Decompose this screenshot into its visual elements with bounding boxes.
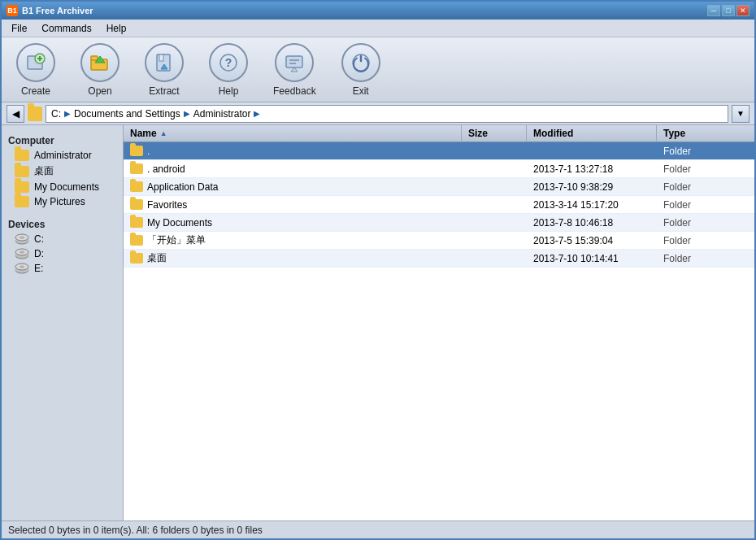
back-button[interactable]: ◀	[7, 105, 24, 123]
sidebar-item-c[interactable]: C:	[2, 232, 123, 246]
sidebar-label-desktop: 桌面	[34, 164, 54, 178]
column-size[interactable]: Size	[462, 125, 527, 142]
path-arrow-3: ▶	[254, 109, 260, 118]
create-label: Create	[21, 85, 50, 97]
file-name-cell: 桌面	[124, 250, 462, 267]
menu-commands[interactable]: Commands	[35, 21, 98, 36]
file-size-cell	[462, 250, 527, 267]
title-controls: ─ □ ✕	[707, 5, 749, 16]
create-button[interactable]: Create	[10, 40, 62, 100]
help-button[interactable]: ? Help	[202, 40, 254, 100]
sidebar-label-administrator: Administrator	[34, 150, 92, 161]
left-panel: Computer Administrator 桌面 My Documents M…	[2, 125, 124, 520]
folder-icon	[15, 166, 29, 177]
table-row[interactable]: . android 2013-7-1 13:27:18 Folder	[124, 160, 754, 178]
extract-button[interactable]: Extract	[138, 40, 190, 100]
sidebar-item-administrator[interactable]: Administrator	[2, 148, 123, 163]
sidebar-item-desktop[interactable]: 桌面	[2, 163, 123, 180]
path-docs: Documents and Settings	[74, 108, 180, 120]
sidebar-label-e: E:	[34, 263, 43, 274]
file-size-cell	[462, 232, 527, 249]
column-type[interactable]: Type	[657, 125, 754, 142]
exit-button[interactable]: Exit	[335, 40, 387, 100]
sidebar-item-mypics[interactable]: My Pictures	[2, 194, 123, 209]
main-content: Computer Administrator 桌面 My Documents M…	[2, 125, 754, 520]
table-row[interactable]: Favorites 2013-3-14 15:17:20 Folder	[124, 196, 754, 214]
file-name-cell: Favorites	[124, 196, 462, 213]
exit-icon	[341, 43, 380, 82]
svg-text:?: ?	[225, 56, 232, 69]
svg-rect-8	[159, 54, 163, 61]
close-button[interactable]: ✕	[736, 5, 749, 16]
file-size-cell	[462, 196, 527, 213]
file-type-cell: Folder	[657, 142, 754, 159]
file-list-header: Name ▲ Size Modified Type	[124, 125, 754, 142]
file-name-cell: Application Data	[124, 178, 462, 195]
file-list: Name ▲ Size Modified Type	[124, 125, 754, 520]
table-row[interactable]: Application Data 2013-7-10 9:38:29 Folde…	[124, 178, 754, 196]
sidebar-label-mydocs: My Documents	[34, 181, 99, 193]
path-arrow-1: ▶	[64, 109, 71, 118]
table-row[interactable]: 「开始」菜单 2013-7-5 15:39:04 Folder	[124, 232, 754, 250]
svg-rect-5	[91, 56, 98, 60]
main-window: B1 B1 Free Archiver ─ □ ✕ File Commands …	[0, 0, 756, 540]
folder-icon	[15, 150, 29, 161]
table-row[interactable]: My Documents 2013-7-8 10:46:18 Folder	[124, 214, 754, 232]
file-type-cell: Folder	[657, 232, 754, 249]
file-name-cell: My Documents	[124, 214, 462, 231]
file-modified-cell: 2013-7-1 13:27:18	[527, 160, 657, 177]
file-size-cell	[462, 142, 527, 159]
file-size-cell	[462, 160, 527, 177]
file-size-cell	[462, 178, 527, 195]
sidebar-item-e[interactable]: E:	[2, 261, 123, 276]
table-row[interactable]: . Folder	[124, 142, 754, 160]
folder-icon	[15, 181, 29, 193]
svg-point-28	[20, 266, 24, 268]
title-bar: B1 B1 Free Archiver ─ □ ✕	[2, 2, 754, 20]
table-row[interactable]: 桌面 2013-7-10 10:14:41 Folder	[124, 250, 754, 268]
address-path[interactable]: C: ▶ Documents and Settings ▶ Administra…	[46, 105, 728, 123]
file-type-cell: Folder	[657, 160, 754, 177]
toolbar: Create Open Extract	[2, 37, 754, 102]
window-title: B1 Free Archiver	[22, 6, 93, 15]
sort-arrow-icon: ▲	[160, 129, 167, 137]
file-name-cell: .	[124, 142, 462, 159]
maximize-button[interactable]: □	[722, 5, 735, 16]
column-modified[interactable]: Modified	[527, 125, 657, 142]
help-icon: ?	[209, 43, 248, 82]
open-button[interactable]: Open	[74, 40, 126, 100]
file-type-cell: Folder	[657, 250, 754, 267]
menu-bar: File Commands Help	[2, 20, 754, 37]
sidebar-item-d[interactable]: D:	[2, 246, 123, 261]
open-icon	[80, 43, 119, 82]
extract-icon	[145, 43, 184, 82]
path-folder-icon	[28, 107, 42, 121]
file-name-cell: . android	[124, 160, 462, 177]
feedback-button[interactable]: Feedback	[267, 40, 323, 100]
minimize-button[interactable]: ─	[707, 5, 720, 16]
address-bar: ◀ C: ▶ Documents and Settings ▶ Administ…	[2, 102, 754, 125]
menu-help[interactable]: Help	[100, 21, 133, 36]
status-bar: Selected 0 bytes in 0 item(s). All: 6 fo…	[2, 520, 754, 538]
drive-icon-d	[15, 248, 29, 259]
file-type-cell: Folder	[657, 178, 754, 195]
exit-label: Exit	[353, 85, 369, 97]
file-modified-cell: 2013-7-5 15:39:04	[527, 232, 657, 249]
create-icon	[16, 43, 55, 82]
file-modified-cell: 2013-7-8 10:46:18	[527, 214, 657, 231]
menu-file[interactable]: File	[5, 21, 33, 36]
file-modified-cell: 2013-7-10 10:14:41	[527, 250, 657, 267]
file-modified-cell	[527, 142, 657, 159]
drive-icon-e	[15, 263, 29, 274]
help-label: Help	[219, 85, 239, 97]
column-name[interactable]: Name ▲	[124, 125, 462, 142]
file-type-cell: Folder	[657, 196, 754, 213]
extract-label: Extract	[149, 85, 179, 97]
path-arrow-2: ▶	[184, 109, 190, 118]
devices-section-title: Devices	[2, 216, 123, 232]
file-modified-cell: 2013-3-14 15:17:20	[527, 196, 657, 213]
file-name-cell: 「开始」菜单	[124, 232, 462, 249]
computer-section-title: Computer	[2, 132, 123, 148]
drive-icon-c	[15, 233, 29, 245]
address-dropdown[interactable]: ▼	[732, 105, 749, 123]
